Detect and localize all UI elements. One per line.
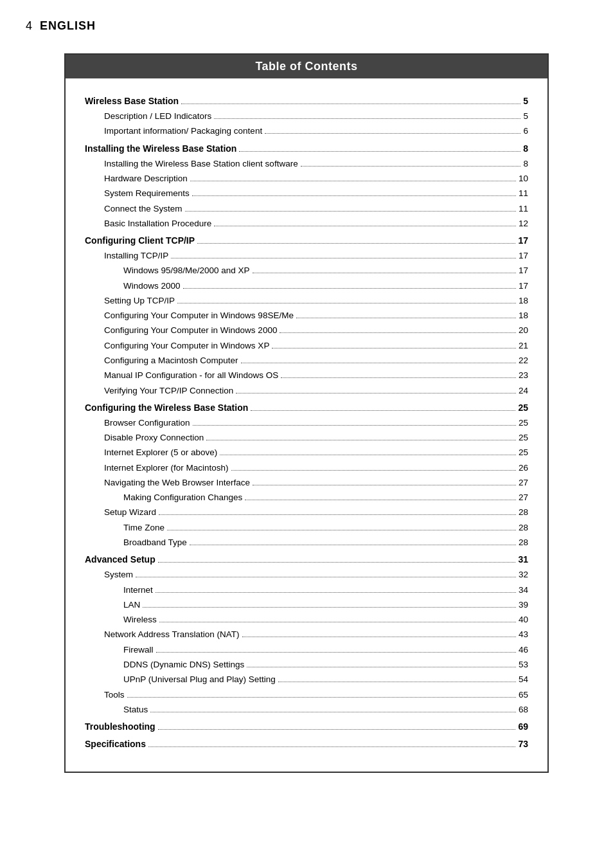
toc-entry-page: 65 [519, 688, 528, 702]
toc-entry-dots [192, 195, 516, 196]
page-header: 4 ENGLISH [26, 19, 587, 35]
toc-entry-dots [247, 667, 516, 667]
toc-entry-page: 12 [519, 217, 528, 231]
toc-entry: Network Address Translation (NAT)43 [85, 628, 528, 642]
page: 4 ENGLISH Table of Contents Wireless Bas… [0, 0, 613, 868]
toc-entry-text: Installing the Wireless Base Station [85, 141, 236, 156]
toc-entry-text: Setup Wizard [104, 505, 156, 520]
toc-entry: Making Configuration Changes27 [85, 491, 528, 505]
toc-entry: Configuring the Wireless Base Station25 [85, 401, 528, 415]
toc-entry: UPnP (Universal Plug and Play) Setting54 [85, 673, 528, 687]
toc-entry-page: 25 [518, 401, 528, 415]
toc-entry: Internet34 [85, 583, 528, 597]
toc-entry: Setting Up TCP/IP18 [85, 294, 528, 308]
toc-entry-page: 25 [519, 431, 528, 445]
toc-entry-page: 32 [519, 568, 528, 582]
toc-entry-page: 28 [519, 505, 528, 520]
page-number: 4 [26, 19, 32, 33]
toc-entry: Specifications73 [85, 737, 528, 752]
toc-entry-page: 5 [523, 94, 528, 109]
toc-entry-page: 17 [519, 249, 528, 263]
toc-entry-dots [181, 104, 520, 104]
toc-entry-page: 21 [519, 339, 528, 353]
toc-entry-text: Wireless Base Station [85, 94, 179, 109]
toc-entry-dots [185, 211, 516, 212]
toc-entry-text: Configuring Your Computer in Windows 98S… [104, 309, 294, 323]
toc-entry-dots [143, 607, 516, 608]
toc-entry-text: Advanced Setup [85, 552, 155, 567]
toc-entry-page: 25 [519, 446, 528, 460]
toc-entry-text: Internet Explorer (5 or above) [104, 446, 217, 460]
toc-entry-page: 43 [519, 628, 528, 642]
toc-entry-dots [241, 363, 516, 363]
toc-entry: Navigating the Web Browser Interface27 [85, 476, 528, 490]
toc-entry-text: Important information/ Packaging content [104, 124, 262, 138]
toc-entry-dots [159, 514, 516, 515]
toc-entry-page: 17 [519, 279, 528, 293]
toc-entry-text: Configuring Your Computer in Windows XP [104, 339, 269, 353]
toc-entry-text: Wireless [123, 613, 157, 627]
toc-entry-page: 24 [519, 384, 528, 398]
toc-entry-dots [231, 470, 516, 471]
toc-entry-text: Status [123, 703, 148, 717]
toc-entry-text: Time Zone [123, 521, 164, 535]
toc-entry-page: 8 [523, 157, 528, 171]
toc-entry: LAN39 [85, 598, 528, 612]
toc-entry-text: Connect the System [104, 202, 182, 216]
toc-entry: Important information/ Packaging content… [85, 124, 528, 138]
toc-entry: Connect the System11 [85, 202, 528, 216]
toc-entry-text: DDNS (Dynamic DNS) Settings [123, 658, 244, 672]
toc-entry: Installing TCP/IP17 [85, 249, 528, 263]
toc-entry: Hardware Description10 [85, 172, 528, 186]
toc-entry-dots [150, 712, 516, 712]
toc-entry-page: 54 [519, 673, 528, 687]
toc-entry-text: Basic Installation Procedure [104, 217, 211, 231]
toc-entry-dots [136, 577, 516, 577]
toc-entry-text: Navigating the Web Browser Interface [104, 476, 250, 490]
toc-entry-dots [158, 562, 516, 563]
toc-entry-page: 39 [519, 598, 528, 612]
toc-entry-dots [155, 592, 516, 593]
toc-entry-page: 69 [518, 719, 528, 734]
toc-entry: Time Zone28 [85, 521, 528, 535]
toc-entry: Configuring Your Computer in Windows 98S… [85, 309, 528, 323]
toc-entry-text: Configuring Client TCP/IP [85, 233, 195, 248]
toc-entry-dots [193, 425, 516, 426]
toc-entry-page: 46 [519, 643, 528, 657]
toc-entry-text: Internet [123, 583, 153, 597]
toc-entry-dots [278, 682, 516, 682]
toc-entry-dots [214, 226, 516, 226]
toc-entry: Installing the Wireless Base Station cli… [85, 157, 528, 171]
toc-entry-page: 28 [519, 536, 528, 550]
toc-entry: Advanced Setup31 [85, 552, 528, 567]
toc-entry-dots [177, 303, 516, 303]
toc-entry-text: Configuring Your Computer in Windows 200… [104, 323, 277, 338]
toc-entry: System Requirements11 [85, 186, 528, 201]
toc-entry-page: 6 [523, 124, 528, 138]
toc-entry-page: 10 [519, 172, 528, 186]
toc-entry-page: 40 [519, 613, 528, 627]
toc-entry-dots [280, 332, 516, 333]
toc-body: Wireless Base Station5Description / LED … [66, 78, 547, 772]
toc-entry-dots [156, 652, 516, 653]
toc-entry-page: 11 [519, 186, 528, 201]
toc-entry-page: 27 [519, 476, 528, 490]
toc-entry-text: Disable Proxy Connection [104, 431, 204, 445]
toc-entry-dots [251, 410, 515, 411]
toc-entry-dots [158, 729, 516, 730]
toc-entry-text: Configuring a Macintosh Computer [104, 354, 238, 368]
toc-entry-text: Windows 2000 [123, 279, 181, 293]
toc-entry-dots [197, 243, 515, 244]
toc-entry-text: Internet Explorer (for Macintosh) [104, 461, 229, 475]
toc-entry: Basic Installation Procedure12 [85, 217, 528, 231]
toc-entry: Verifying Your TCP/IP Connection24 [85, 384, 528, 398]
toc-entry-dots [253, 273, 516, 273]
toc-entry-page: 5 [523, 109, 528, 123]
toc-entry-page: 25 [519, 416, 528, 430]
toc-entry: Wireless40 [85, 613, 528, 627]
toc-entry-page: 31 [518, 552, 528, 567]
toc-entry-dots [206, 440, 516, 440]
toc-entry-page: 17 [519, 264, 528, 278]
toc-entry-text: Windows 95/98/Me/2000 and XP [123, 264, 250, 278]
toc-entry-page: 26 [519, 461, 528, 475]
